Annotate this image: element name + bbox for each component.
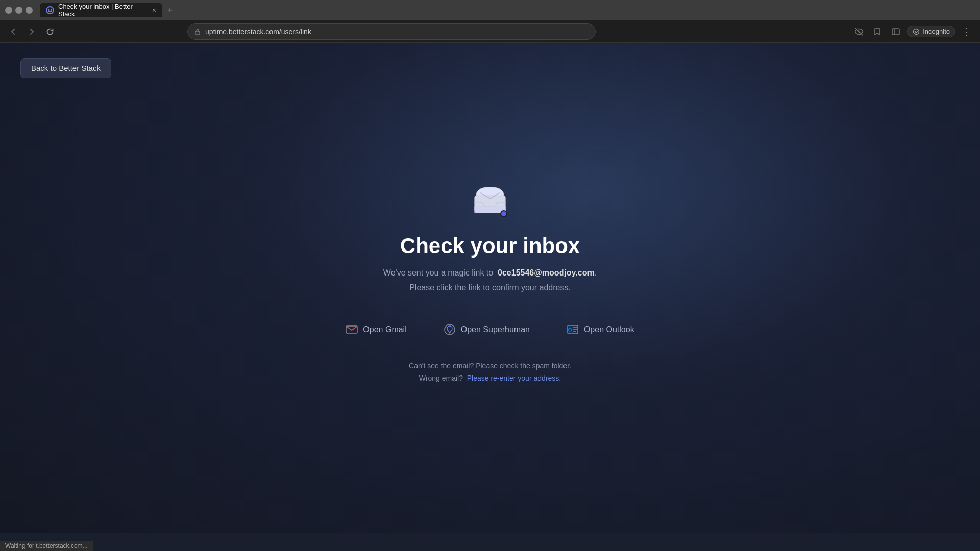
outlook-label: Open Outlook — [584, 325, 634, 334]
open-superhuman-button[interactable]: Open Superhuman — [437, 319, 536, 340]
confirm-text: Please click the link to confirm your ad… — [409, 281, 571, 294]
incognito-icon — [913, 28, 920, 35]
incognito-label: Incognito — [923, 28, 950, 35]
svg-point-3 — [914, 29, 919, 34]
gmail-icon — [346, 323, 358, 336]
browser-chrome: Check your inbox | Better Stack × + upti… — [0, 0, 980, 43]
notification-dot — [500, 210, 507, 217]
sidebar-button[interactable] — [889, 24, 903, 39]
bookmark-button[interactable] — [870, 24, 885, 39]
status-bar: Waiting for t.betterstack.com... — [0, 541, 93, 551]
window-close-btn[interactable] — [5, 7, 12, 14]
open-gmail-button[interactable]: Open Gmail — [339, 319, 412, 340]
new-tab-button[interactable]: + — [164, 5, 176, 16]
page-content: Back to Better Stack Check your inbox We… — [0, 43, 980, 533]
center-content: Check your inbox We've sent you a magic … — [20, 47, 960, 517]
tab-favicon — [46, 6, 54, 14]
nav-right-controls: Incognito ⋮ — [852, 24, 974, 39]
inbox-icon-wrapper — [472, 181, 508, 219]
nav-bar: uptime.betterstack.com/users/link Incogn… — [0, 20, 980, 43]
tab-bar: Check your inbox | Better Stack × + — [40, 1, 975, 19]
email-address: 0ce15546@moodjoy.com — [498, 268, 595, 277]
svg-rect-0 — [195, 31, 200, 34]
tab-title: Check your inbox | Better Stack — [58, 3, 148, 18]
active-tab[interactable]: Check your inbox | Better Stack × — [40, 3, 162, 17]
eye-slash-icon[interactable] — [852, 24, 866, 39]
loading-spinner-icon — [48, 8, 52, 12]
gmail-label: Open Gmail — [363, 325, 406, 334]
main-heading: Check your inbox — [400, 234, 580, 258]
svg-rect-1 — [892, 29, 899, 35]
superhuman-label: Open Superhuman — [461, 325, 530, 334]
reload-button[interactable] — [43, 24, 57, 39]
divider — [347, 305, 633, 305]
address-bar[interactable]: uptime.betterstack.com/users/link — [187, 23, 596, 40]
email-clients-row: Open Gmail Open Superhuman — [339, 319, 640, 340]
lock-icon — [194, 28, 201, 35]
spam-note: Can't see the email? Please check the sp… — [409, 360, 571, 385]
title-bar: Check your inbox | Better Stack × + — [0, 0, 980, 20]
url-text: uptime.betterstack.com/users/link — [205, 28, 589, 36]
tab-close-button[interactable]: × — [152, 6, 156, 14]
superhuman-icon — [444, 323, 456, 336]
sent-message: We've sent you a magic link to 0ce15546@… — [383, 266, 597, 280]
window-maximize-btn[interactable] — [26, 7, 33, 14]
more-options-button[interactable]: ⋮ — [960, 24, 974, 39]
window-controls — [5, 7, 33, 14]
outlook-icon — [567, 323, 579, 336]
back-nav-button[interactable] — [6, 24, 20, 39]
open-outlook-button[interactable]: Open Outlook — [560, 319, 641, 340]
forward-nav-button[interactable] — [24, 24, 39, 39]
wrong-email-text: Wrong email? — [419, 374, 463, 382]
incognito-badge: Incognito — [907, 26, 955, 37]
window-minimize-btn[interactable] — [15, 7, 22, 14]
re-enter-address-link[interactable]: Please re-enter your address. — [467, 374, 561, 382]
